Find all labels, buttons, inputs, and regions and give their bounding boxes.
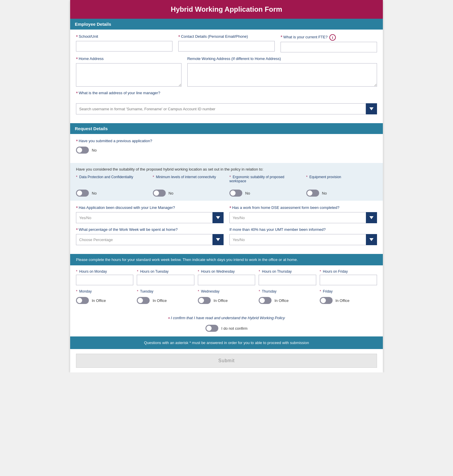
day-thursday-toggle-label: In Office — [274, 298, 288, 303]
hours-wednesday-input[interactable] — [198, 275, 255, 285]
school-unit-input[interactable] — [76, 41, 172, 51]
line-manager-dropdown-btn[interactable] — [366, 103, 377, 114]
line-manager-search-input[interactable] — [76, 103, 366, 114]
confirm-label: I confirm that I have read and understan… — [171, 316, 285, 320]
suitability-label-1: * Minimum levels of internet connectivit… — [153, 175, 224, 185]
remote-address-field: Remote Working Address (If different to … — [187, 56, 377, 87]
schedule-section: * Hours on Monday * Hours on Tuesday * H… — [70, 265, 383, 311]
confirm-toggle[interactable] — [205, 325, 218, 332]
hours-thursday-field: * Hours on Thursday — [259, 269, 316, 285]
home-address-label-row: * Home Address — [76, 56, 181, 62]
umt-label: If more than 40% has your UMT member bee… — [229, 227, 326, 232]
suitability-star-1: * — [153, 175, 154, 179]
day-friday-toggle[interactable] — [320, 297, 333, 304]
hours-friday-input[interactable] — [320, 275, 377, 285]
confirm-section: * I confirm that I have read and underst… — [70, 311, 383, 336]
schedule-info-banner: Please complete the hours for your stand… — [70, 254, 383, 265]
suitability-toggle-0[interactable] — [76, 190, 89, 197]
day-tuesday-toggle-row: In Office — [137, 297, 194, 304]
manager-discussed-star: * — [76, 206, 78, 211]
suitability-toggle-row-2: No — [229, 190, 300, 197]
percentage-label: What percentage of the Work Week will be… — [79, 227, 177, 232]
day-monday-label: Monday — [79, 289, 92, 293]
confirm-slider — [205, 325, 218, 332]
umt-select[interactable]: Yes/No Yes No — [229, 234, 377, 245]
suitability-toggle-1[interactable] — [153, 190, 166, 197]
day-tuesday-field: * Tuesday In Office — [137, 289, 194, 304]
percentage-star: * — [76, 228, 78, 233]
day-tuesday-toggle[interactable] — [137, 297, 150, 304]
fte-star: * — [281, 35, 282, 40]
employee-details-body: * School/Unit * Contact Details (Persona… — [70, 30, 383, 123]
submit-section: Submit — [70, 349, 383, 372]
footer-note: Questions with an asterisk * must be ans… — [70, 336, 383, 349]
days-row: * Monday In Office * Tuesday — [76, 289, 377, 304]
prev-app-label-row: * Have you submitted a previous applicat… — [76, 139, 377, 144]
fte-input[interactable] — [281, 42, 377, 52]
line-manager-row: * What is the email address of your line… — [76, 91, 377, 114]
day-monday-toggle[interactable] — [76, 297, 89, 304]
day-monday-field: * Monday In Office — [76, 289, 133, 304]
suitability-toggle-label-1: No — [169, 191, 174, 195]
school-unit-star: * — [76, 35, 78, 40]
suitability-text-3: Equipment provision — [310, 175, 341, 179]
umt-label-row: If more than 40% has your UMT member bee… — [229, 227, 377, 233]
form-container: Hybrid Working Application Form Employee… — [70, 0, 383, 372]
dse-completed-field: * Has a work from home DSE assessment fo… — [229, 205, 377, 223]
day-friday-field: * Friday In Office — [320, 289, 377, 304]
confirm-label-row: * I confirm that I have read and underst… — [76, 316, 377, 322]
percentage-field: * What percentage of the Work Week will … — [76, 227, 224, 245]
dse-star: * — [229, 206, 231, 211]
fte-info-icon[interactable]: i — [329, 34, 336, 41]
suitability-slider-2 — [229, 190, 242, 197]
remote-address-label-row: Remote Working Address (If different to … — [187, 56, 377, 62]
manager-discussed-dropdown: Yes/No Yes No — [76, 212, 224, 223]
day-thursday-label: Thursday — [262, 289, 276, 293]
hours-monday-label: * Hours on Monday — [76, 269, 133, 274]
submit-button[interactable]: Submit — [76, 354, 377, 368]
fte-label-row: * What is your current FTE? i — [281, 34, 377, 41]
suitability-toggle-3[interactable] — [306, 190, 319, 197]
day-thursday-toggle[interactable] — [259, 297, 272, 304]
hours-tuesday-star: * — [137, 269, 138, 274]
school-unit-label: School/Unit — [79, 34, 98, 39]
prev-app-toggle[interactable] — [76, 147, 89, 154]
day-monday-star: * — [76, 289, 77, 293]
hours-tuesday-input[interactable] — [137, 275, 194, 285]
suitability-toggle-2[interactable] — [229, 190, 242, 197]
day-wednesday-toggle[interactable] — [198, 297, 211, 304]
day-monday-slider — [76, 297, 89, 304]
request-details-body: * Have you submitted a previous applicat… — [70, 134, 383, 163]
hours-monday-star: * — [76, 269, 77, 274]
suitability-toggle-row-0: No — [76, 190, 147, 197]
day-tuesday-toggle-label: In Office — [153, 298, 167, 303]
contact-details-field: * Contact Details (Personal Email/Phone) — [178, 34, 275, 51]
day-thursday-toggle-row: In Office — [259, 297, 316, 304]
hours-thursday-label: * Hours on Thursday — [259, 269, 316, 274]
suitability-label-3: * Equipment provision — [306, 175, 377, 185]
dse-select[interactable]: Yes/No Yes No — [229, 212, 377, 223]
home-address-input[interactable] — [76, 63, 181, 87]
suitability-item-2: * Ergonomic suitability of proposed work… — [229, 175, 300, 197]
confirm-star: * — [168, 317, 170, 322]
suitability-label-0: * Data Protection and Confidentiality — [76, 175, 147, 185]
hours-thursday-input[interactable] — [259, 275, 316, 285]
day-wednesday-field: * Wednesday In Office — [198, 289, 255, 304]
hours-monday-input[interactable] — [76, 275, 133, 285]
manager-discussed-select[interactable]: Yes/No Yes No — [76, 212, 224, 223]
day-tuesday-slider — [137, 297, 150, 304]
suitability-toggle-label-3: No — [322, 191, 327, 195]
school-unit-field: * School/Unit — [76, 34, 172, 51]
percentage-label-row: * What percentage of the Work Week will … — [76, 227, 224, 233]
day-friday-slider — [320, 297, 333, 304]
percentage-select[interactable]: Choose Percentage 20% 40% 60% 80% 100% — [76, 234, 224, 245]
day-tuesday-star: * — [137, 289, 138, 293]
contact-star: * — [178, 35, 180, 40]
hours-friday-label: * Hours on Friday — [320, 269, 377, 274]
contact-input[interactable] — [178, 41, 275, 51]
hours-tuesday-field: * Hours on Tuesday — [137, 269, 194, 285]
day-friday-toggle-row: In Office — [320, 297, 377, 304]
remote-address-input[interactable] — [187, 63, 377, 87]
home-address-label: Home Address — [79, 56, 103, 61]
suitability-text-1: Minimum levels of internet connectivity — [156, 175, 216, 179]
